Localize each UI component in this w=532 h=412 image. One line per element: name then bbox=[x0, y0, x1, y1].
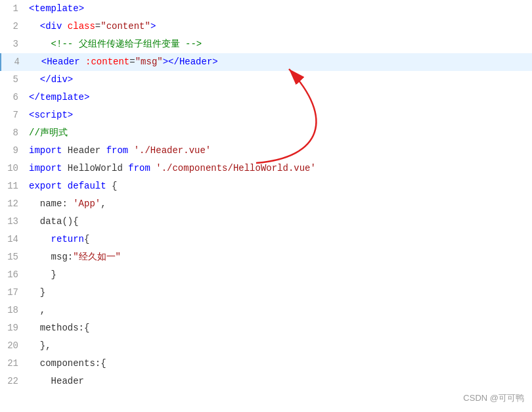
line-number: 7 bbox=[0, 106, 26, 124]
line-number: 12 bbox=[0, 195, 26, 213]
code-line: 19 methods:{ bbox=[0, 319, 532, 337]
token: './Header.vue' bbox=[134, 145, 211, 156]
token: from bbox=[106, 145, 129, 156]
token: Header bbox=[47, 57, 79, 67]
token: { bbox=[106, 181, 118, 191]
code-line: 2 <div class="content"> bbox=[0, 18, 532, 35]
token: return bbox=[51, 234, 84, 244]
line-content: } bbox=[26, 284, 532, 302]
token: > bbox=[212, 57, 217, 67]
line-number: 14 bbox=[0, 231, 26, 248]
token: './components/HelloWorld.vue' bbox=[156, 163, 316, 173]
line-number: 4 bbox=[1, 53, 28, 71]
code-line: 9import Header from './Header.vue' bbox=[0, 142, 532, 160]
line-number: 8 bbox=[0, 124, 26, 142]
token: } bbox=[29, 269, 56, 280]
token: "msg" bbox=[135, 57, 163, 67]
code-line: 12 name: 'App', bbox=[0, 195, 532, 213]
line-content: name: 'App', bbox=[26, 195, 532, 213]
code-editor: 1<template>2 <div class="content">3 <!--… bbox=[0, 0, 532, 412]
token bbox=[29, 74, 40, 85]
line-content: //声明式 bbox=[26, 124, 532, 142]
token bbox=[128, 145, 133, 156]
token: export bbox=[29, 181, 62, 191]
token: import bbox=[29, 145, 62, 156]
code-line: 8//声明式 bbox=[0, 124, 532, 142]
token: "content" bbox=[100, 21, 150, 32]
token: name: bbox=[29, 198, 73, 209]
line-content: </div> bbox=[26, 71, 532, 89]
token: , bbox=[40, 305, 45, 315]
code-line: 4 <Header :content="msg"></Header> bbox=[0, 53, 532, 71]
token: </ bbox=[40, 74, 51, 85]
line-content: Header bbox=[26, 373, 532, 390]
line-content: <div class="content"> bbox=[26, 18, 532, 35]
token: > bbox=[163, 57, 168, 67]
line-number: 2 bbox=[0, 18, 26, 35]
code-line: 18 , bbox=[0, 302, 532, 319]
line-number: 9 bbox=[0, 142, 26, 160]
line-number: 17 bbox=[0, 284, 26, 302]
token: msg: bbox=[29, 252, 73, 262]
code-line: 14 return{ bbox=[0, 231, 532, 248]
token: div bbox=[45, 21, 62, 32]
line-number: 22 bbox=[0, 373, 26, 390]
line-content: , bbox=[26, 302, 532, 319]
token: <!-- bbox=[51, 39, 79, 49]
code-line: 7<script> bbox=[0, 106, 532, 124]
token bbox=[29, 305, 40, 315]
line-number: 15 bbox=[0, 248, 26, 266]
token: = bbox=[129, 57, 135, 67]
token: Header bbox=[62, 145, 106, 156]
token: methods:{ bbox=[29, 323, 89, 333]
code-line: 11export default { bbox=[0, 177, 532, 195]
code-line: 10import HelloWorld from './components/H… bbox=[0, 160, 532, 177]
token: < bbox=[40, 21, 45, 32]
token bbox=[62, 181, 67, 191]
code-line: 15 msg:"经久如一" bbox=[0, 248, 532, 266]
line-number: 20 bbox=[0, 337, 26, 355]
token: template bbox=[40, 92, 84, 103]
token: > bbox=[68, 110, 73, 120]
line-number: 1 bbox=[0, 0, 26, 18]
code-line: 21 components:{ bbox=[0, 355, 532, 373]
token: > bbox=[84, 92, 89, 103]
token: "经久如一" bbox=[73, 252, 121, 262]
line-number: 21 bbox=[0, 355, 26, 373]
line-number: 11 bbox=[0, 177, 26, 195]
line-content: return{ bbox=[26, 231, 532, 248]
line-number: 18 bbox=[0, 302, 26, 319]
line-content: <script> bbox=[26, 106, 532, 124]
line-content: <Header :content="msg"></Header> bbox=[28, 53, 532, 71]
token bbox=[29, 234, 51, 244]
code-line: 17 } bbox=[0, 284, 532, 302]
token: import bbox=[29, 163, 62, 173]
token: Header bbox=[179, 57, 212, 67]
token: script bbox=[34, 110, 67, 120]
code-line: 5 </div> bbox=[0, 71, 532, 89]
watermark: CSDN @可可鸭 bbox=[463, 389, 524, 407]
line-content: export default { bbox=[26, 177, 532, 195]
token: = bbox=[95, 21, 100, 32]
token: :content bbox=[85, 57, 129, 67]
token bbox=[30, 57, 41, 67]
line-number: 6 bbox=[0, 89, 26, 106]
token: > bbox=[79, 3, 84, 14]
token: , bbox=[100, 198, 106, 209]
token bbox=[62, 21, 67, 32]
token: data(){ bbox=[29, 216, 79, 227]
line-number: 13 bbox=[0, 213, 26, 231]
token: 父组件传递给子组件变量 bbox=[79, 39, 180, 49]
token: > bbox=[68, 74, 73, 85]
token: components:{ bbox=[29, 358, 106, 369]
line-content: }, bbox=[26, 337, 532, 355]
token: } bbox=[29, 287, 45, 298]
token bbox=[29, 39, 51, 49]
code-line: 22 Header bbox=[0, 373, 532, 390]
line-content: components:{ bbox=[26, 355, 532, 373]
line-content: </template> bbox=[26, 89, 532, 106]
token: 'App' bbox=[73, 198, 100, 209]
token: class bbox=[68, 21, 95, 32]
line-content: data(){ bbox=[26, 213, 532, 231]
code-line: 20 }, bbox=[0, 337, 532, 355]
